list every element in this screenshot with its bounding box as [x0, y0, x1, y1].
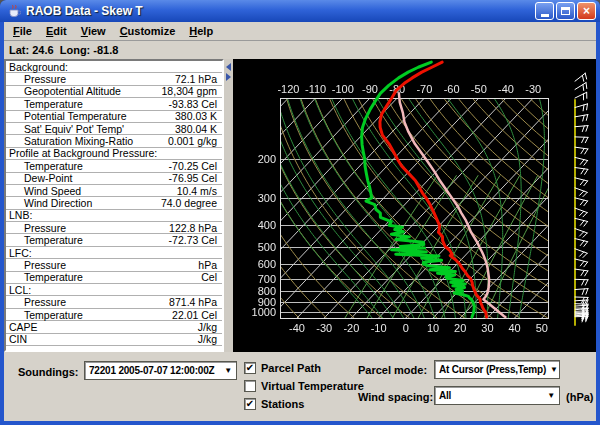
wind-spacing-combobox[interactable]: All ▼ [434, 386, 560, 405]
java-app-icon [6, 3, 22, 19]
table-row-pressure: Pressure72.1 hPa [6, 73, 222, 85]
checkbox-label: Stations [261, 398, 304, 410]
row-label: LNB: [6, 209, 217, 221]
row-value: J/kg [198, 333, 222, 345]
row-label: Temperature [6, 98, 169, 110]
checkbox-stations[interactable]: ✔Stations [244, 398, 304, 410]
row-label: CAPE [6, 321, 198, 333]
checkbox-virtual-temperature[interactable]: Virtual Temperature [244, 380, 364, 392]
table-row-cin: CINJ/kg [6, 334, 222, 346]
collapse-left-icon[interactable] [226, 63, 231, 71]
window-title: RAOB Data - Skew T [26, 4, 535, 18]
sounding-data-table: Background:Pressure72.1 hPaGeopotential … [4, 59, 224, 352]
soundings-combobox-value: 72201 2005-07-07 12:00:00Z [89, 365, 214, 376]
table-row-sat-equiv-pot-temp: Sat' Equiv' Pot' Temp'380.04 K [6, 123, 222, 135]
row-label: Potential Temperature [6, 110, 175, 122]
row-value: 380.03 K [175, 110, 222, 122]
table-row-geopotential-altitude: Geopotential Altitude18,304 gpm [6, 86, 222, 98]
split-pane-divider[interactable] [224, 59, 233, 352]
table-row-cape: CAPEJ/kg [6, 321, 222, 333]
row-label: Pressure [6, 222, 169, 234]
lat-long-label: Lat: 24.6 Long: -81.8 [4, 42, 596, 59]
menu-item-help[interactable]: Help [182, 22, 220, 40]
table-row-saturation-mixing-ratio: Saturation Mixing-Ratio0.001 g/kg [6, 135, 222, 147]
row-label: Wind Direction [6, 197, 161, 209]
maximize-icon [561, 7, 570, 15]
main-area: Background:Pressure72.1 hPaGeopotential … [4, 59, 596, 352]
row-label: Sat' Equiv' Pot' Temp' [6, 123, 175, 135]
table-row-profile-at-background-pressure: Profile at Background Pressure: [6, 148, 222, 160]
row-value: 74.0 degree [161, 197, 222, 209]
title-bar[interactable]: RAOB Data - Skew T × [0, 0, 600, 22]
row-value: Cel [201, 271, 222, 283]
row-value: 18,304 gpm [162, 85, 222, 97]
wind-spacing-label: Wind spacing: [358, 391, 433, 403]
window-client-area: FileEditViewCustomizeHelp Lat: 24.6 Long… [4, 22, 596, 421]
row-label: CIN [6, 333, 198, 345]
checkbox-parcel-path[interactable]: ✔Parcel Path [244, 362, 321, 374]
row-label: Dew-Point [6, 172, 169, 184]
bottom-controls: Soundings: 72201 2005-07-07 12:00:00Z ▼ … [4, 352, 596, 421]
table-row-temperature: Temperature-72.73 Cel [6, 234, 222, 246]
menu-item-edit[interactable]: Edit [39, 22, 74, 40]
row-value: 380.04 K [175, 123, 222, 135]
table-row-wind-direction: Wind Direction74.0 degree [6, 197, 222, 209]
table-row-pressure: PressurehPa [6, 259, 222, 271]
row-value: 122.8 hPa [169, 222, 222, 234]
close-icon: × [583, 5, 590, 17]
table-row-pressure: Pressure871.4 hPa [6, 296, 222, 308]
table-row-temperature: Temperature-70.25 Cel [6, 160, 222, 172]
row-value: 10.4 m/s [177, 185, 222, 197]
skewt-chart-canvas[interactable] [233, 59, 596, 352]
soundings-combobox[interactable]: 72201 2005-07-07 12:00:00Z ▼ [84, 361, 237, 380]
row-value: 22.01 Cel [172, 309, 222, 321]
soundings-label: Soundings: [18, 366, 79, 378]
table-row-background: Background: [6, 61, 222, 73]
chevron-down-icon: ▼ [546, 365, 558, 374]
row-value: J/kg [198, 321, 222, 333]
checkbox-box[interactable] [244, 380, 256, 392]
row-label: Temperature [6, 234, 169, 246]
row-label: Temperature [6, 271, 201, 283]
row-label: Saturation Mixing-Ratio [6, 135, 168, 147]
chevron-down-icon: ▼ [543, 391, 555, 400]
row-value: hPa [198, 259, 222, 271]
row-value: -93.83 Cel [169, 98, 222, 110]
close-button[interactable]: × [577, 2, 596, 20]
parcel-mode-label: Parcel mode: [358, 364, 427, 376]
parcel-mode-combobox[interactable]: At Cursor (Press,Temp) ▼ [434, 360, 560, 379]
menu-item-view[interactable]: View [74, 22, 113, 40]
table-row-temperature: Temperature-93.83 Cel [6, 98, 222, 110]
table-row-lcl: LCL: [6, 284, 222, 296]
row-label: Temperature [6, 160, 169, 172]
row-value: -70.25 Cel [169, 160, 222, 172]
table-row-potential-temperature: Potential Temperature380.03 K [6, 111, 222, 123]
table-row-wind-speed: Wind Speed10.4 m/s [6, 185, 222, 197]
row-value: -76.95 Cel [169, 172, 222, 184]
table-row-pressure: Pressure122.8 hPa [6, 222, 222, 234]
checkbox-label: Parcel Path [261, 362, 321, 374]
menu-item-file[interactable]: File [6, 22, 39, 40]
checkbox-box[interactable]: ✔ [244, 398, 256, 410]
row-value: -72.73 Cel [169, 234, 222, 246]
row-value: 871.4 hPa [169, 296, 222, 308]
maximize-button[interactable] [556, 2, 575, 20]
row-label: Geopotential Altitude [6, 85, 162, 97]
collapse-right-icon[interactable] [226, 73, 231, 81]
row-label: LCL: [6, 284, 217, 296]
minimize-button[interactable] [535, 2, 554, 20]
minimize-icon [541, 14, 549, 17]
row-label: Wind Speed [6, 185, 177, 197]
wind-spacing-combobox-value: All [439, 390, 451, 401]
table-row-temperature: TemperatureCel [6, 272, 222, 284]
row-label: Background: [6, 61, 217, 73]
row-label: Temperature [6, 309, 172, 321]
menu-item-customize[interactable]: Customize [113, 22, 183, 40]
parcel-mode-combobox-value: At Cursor (Press,Temp) [439, 364, 546, 375]
checkbox-box[interactable]: ✔ [244, 362, 256, 374]
app-window: RAOB Data - Skew T × FileEditViewCustomi… [0, 0, 600, 425]
table-row-lnb: LNB: [6, 210, 222, 222]
row-label: Pressure [6, 73, 175, 85]
row-value: 72.1 hPa [175, 73, 222, 85]
menu-bar: FileEditViewCustomizeHelp [4, 22, 596, 41]
